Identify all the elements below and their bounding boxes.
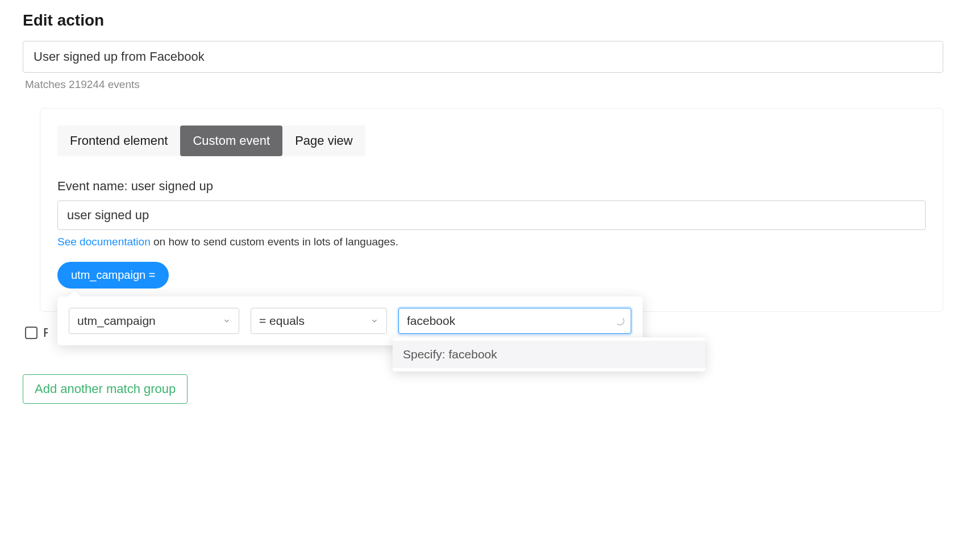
event-name-label: Event name: user signed up: [57, 179, 926, 194]
add-match-group-button[interactable]: Add another match group: [23, 374, 188, 404]
match-group-card: Frontend element Custom event Page view …: [40, 108, 943, 312]
checkbox-input[interactable]: [25, 327, 38, 339]
tab-custom-event[interactable]: Custom event: [180, 126, 282, 156]
chevron-down-icon: [223, 317, 231, 325]
filter-value-wrapper: Specify: facebook: [398, 308, 631, 334]
chevron-down-icon: [370, 317, 378, 325]
match-type-tabs: Frontend element Custom event Page view: [57, 126, 926, 156]
filter-operator-select[interactable]: = equals: [251, 308, 387, 334]
matches-count-text: Matches 219244 events: [25, 78, 943, 91]
event-name-input[interactable]: [57, 200, 926, 230]
filter-value-input[interactable]: [398, 308, 631, 334]
filter-editor-popover: utm_campaign = equals Specify: facebook: [57, 296, 643, 345]
page-title: Edit action: [23, 11, 943, 30]
documentation-rest: on how to send custom events in lots of …: [151, 236, 398, 248]
filter-property-value: utm_campaign: [77, 314, 156, 328]
tab-frontend-element[interactable]: Frontend element: [57, 126, 180, 156]
filter-value-suggestion[interactable]: Specify: facebook: [393, 341, 705, 368]
documentation-link[interactable]: See documentation: [57, 236, 151, 248]
filter-operator-value: = equals: [259, 314, 305, 328]
filter-property-select[interactable]: utm_campaign: [69, 308, 239, 334]
loading-spinner-icon: [615, 316, 624, 325]
documentation-hint: See documentation on how to send custom …: [57, 236, 926, 248]
action-name-input[interactable]: [23, 41, 943, 73]
checkbox-label-partial: F: [43, 325, 48, 340]
filter-value-dropdown: Specify: facebook: [393, 337, 705, 371]
tab-page-view[interactable]: Page view: [282, 126, 365, 156]
filter-pill-utm-campaign[interactable]: utm_campaign =: [57, 262, 169, 289]
